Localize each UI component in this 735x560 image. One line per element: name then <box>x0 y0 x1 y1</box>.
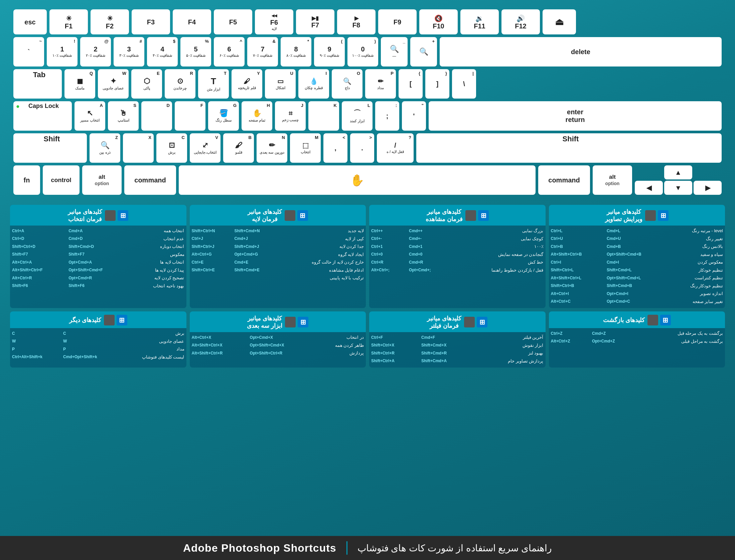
key-6[interactable]: ^ 6 ۶۰٪ شفافیت <box>214 37 245 66</box>
table-row: Alt+Ctrl+COpt+Cmd+Cتغییر سایز صفحه <box>549 298 725 306</box>
brush-icon: 🖌 <box>235 141 242 150</box>
key-m[interactable]: M ⬚ انتخاب <box>290 133 321 163</box>
key-f3[interactable]: F3 <box>132 9 170 34</box>
key-command-right[interactable]: command <box>538 165 590 195</box>
key-f2[interactable]: ☀ F2 <box>91 9 129 34</box>
table-row: Shift+Ctrl+LShift+Cmd+Lتنظیم خودکار <box>549 266 725 274</box>
key-f[interactable]: F <box>175 101 205 131</box>
key-comma[interactable]: < , <box>323 133 347 163</box>
key-f8[interactable]: ▶ F8 <box>337 9 376 34</box>
key-l[interactable]: L ⌒ ابزار کمند <box>342 101 373 131</box>
key-g[interactable]: G 🪣 سطل رنگ <box>208 101 239 131</box>
key-shift-right[interactable]: Shift <box>416 133 722 163</box>
f8-icon: ▶ <box>354 15 358 21</box>
key-p[interactable]: P ✏ مداد <box>365 69 396 99</box>
undo-table: Ctrl+ZCmd+Zبرگشت به یک مرحله قبل Alt+Ctr… <box>549 329 725 345</box>
key-f5[interactable]: F5 <box>214 9 252 34</box>
key-b[interactable]: B 🖌 قلمو <box>223 133 254 163</box>
key-d[interactable]: D <box>141 101 172 131</box>
key-f1[interactable]: ☀ F1 <box>49 9 88 34</box>
key-tilde[interactable]: ~ ` <box>13 37 44 66</box>
key-z[interactable]: Z 🔍 ذره بین <box>90 133 120 163</box>
f10-label: F10 <box>433 22 444 30</box>
key-x[interactable]: X <box>123 133 154 163</box>
key-q[interactable]: Q ◼ ماسک <box>64 69 95 99</box>
key-f11[interactable]: 🔉 F11 <box>460 9 499 34</box>
key-7[interactable]: & 7 ۷۰٪ شفافیت <box>247 37 278 66</box>
key-f4[interactable]: F4 <box>173 9 211 34</box>
table-row: Alt+Ctrl+XOpt+Cmd+Xدر انتخاب <box>190 333 366 341</box>
key1-label: 1 <box>60 45 64 53</box>
key-t[interactable]: T T ابزار متن <box>198 69 229 99</box>
key-delete[interactable]: delete <box>440 37 722 66</box>
key-alt-right[interactable]: alt option <box>593 165 632 195</box>
table-row: Ctrl+BCmd+Bبالانس رنگ <box>549 243 725 251</box>
key-3[interactable]: # 3 ۳۰٪ شفافیت <box>114 37 144 66</box>
key-eject[interactable]: ⏏ <box>543 9 576 34</box>
key-w[interactable]: W ✦ عصای جادویی <box>98 69 129 99</box>
key-space[interactable]: ✋ <box>179 165 536 195</box>
keyslash-sub: قفل لایه / ه <box>387 150 404 154</box>
key-alt-left[interactable]: alt option <box>82 165 122 195</box>
key-1[interactable]: ! 1 ۱۰٪ شفافیت <box>47 37 78 66</box>
key-f12[interactable]: 🔊 F12 <box>501 9 540 34</box>
key-0[interactable]: ) 0 ۱۰۰٪ شفافیت <box>347 37 378 66</box>
key-2[interactable]: @ 2 ۲۰٪ شفافیت <box>80 37 111 66</box>
key-y[interactable]: Y 🖌 قلم تاریخچه <box>232 69 262 99</box>
key-quote[interactable]: " ' <box>402 101 426 131</box>
key-arrow-down[interactable]: ▼ <box>664 181 692 195</box>
key-shift-left[interactable]: Shift <box>13 133 87 163</box>
keyy-top: Y <box>257 71 260 76</box>
table-row: Ctrl+ZCmd+Zبرگشت به یک مرحله قبل <box>549 329 725 337</box>
key-f7[interactable]: ▶▮ F7 <box>296 9 334 34</box>
key-9[interactable]: ( 9 ۹۰٪ شفافیت <box>314 37 345 66</box>
key-h[interactable]: H ✋ تمام صفحه <box>242 101 272 131</box>
key-5[interactable]: % 5 ۵۰٪ شفافیت <box>180 37 211 66</box>
key-v[interactable]: V ⤢ انتخاب،جابجایی <box>190 133 220 163</box>
arrow-lr-row: ◀ ▼ ▶ <box>635 181 722 195</box>
key-bracket-l[interactable]: { [ <box>399 69 423 99</box>
key-f6[interactable]: ◂◂ F6 لایه <box>255 9 293 34</box>
key-slash[interactable]: ? / قفل لایه / ه <box>377 133 414 163</box>
key9-top: ( <box>341 39 342 44</box>
arrow-cluster: ▲ ◀ ▼ ▶ <box>635 165 722 195</box>
image-os-icons: ⊞ <box>645 210 669 221</box>
key-control[interactable]: control <box>43 165 80 195</box>
key-esc[interactable]: esc <box>13 9 47 34</box>
key-caps-lock[interactable]: Caps Lock <box>13 101 72 131</box>
key-4[interactable]: $ 4 ۴۰٪ شفافیت <box>147 37 178 66</box>
keycomma-top: < <box>342 135 345 140</box>
key-f10[interactable]: 🔇 F10 <box>419 9 458 34</box>
key-period[interactable]: > . <box>350 133 374 163</box>
key-arrow-up[interactable]: ▲ <box>664 165 692 179</box>
key-n[interactable]: N ✏ دوربین سه بعدی <box>257 133 287 163</box>
key-command-left[interactable]: command <box>124 165 176 195</box>
key-j[interactable]: J ⌗ چسب زخم <box>275 101 306 131</box>
key-backslash[interactable]: | \ <box>452 69 476 99</box>
key-bracket-r[interactable]: } ] <box>425 69 449 99</box>
key-o[interactable]: O 🔍 داج <box>332 69 362 99</box>
key-8[interactable]: * 8 ۸۰٪ شفافیت <box>281 37 311 66</box>
shortcuts-image-title: کلیدهای میانبرویرایش تصاویر <box>605 208 642 223</box>
keybs-top: | <box>472 71 474 76</box>
key-fn[interactable]: fn <box>13 165 40 195</box>
keyperiod-top: > <box>369 135 372 140</box>
key-u[interactable]: U ▭ اشکال <box>265 69 296 99</box>
key-enter[interactable]: enterreturn <box>429 101 722 131</box>
key-a[interactable]: A ↖ انتخاب مسیر <box>75 101 105 131</box>
key-arrow-left[interactable]: ◀ <box>635 181 663 195</box>
key-c[interactable]: C ⊡ برش <box>156 133 187 163</box>
keyw-sub: عصای جادویی <box>103 86 124 91</box>
key-s[interactable]: S 🖱 استامپ <box>108 101 139 131</box>
key-semicolon[interactable]: : ; <box>375 101 399 131</box>
key-k[interactable]: K <box>308 101 339 131</box>
key-equal[interactable]: + 🔍 <box>410 37 437 66</box>
key-e[interactable]: E ⬡ پاکی <box>131 69 162 99</box>
key-f9[interactable]: F9 <box>378 9 417 34</box>
key-r[interactable]: R ⊙ چرخاندن <box>165 69 195 99</box>
key-arrow-right[interactable]: ▶ <box>694 181 722 195</box>
key-i[interactable]: I 💧 قطره چکان <box>298 69 329 99</box>
key-minus[interactable]: _ 🔍 — <box>381 37 408 66</box>
key-tab[interactable]: Tab <box>13 69 62 99</box>
keyr-sub: چرخاندن <box>173 86 187 91</box>
